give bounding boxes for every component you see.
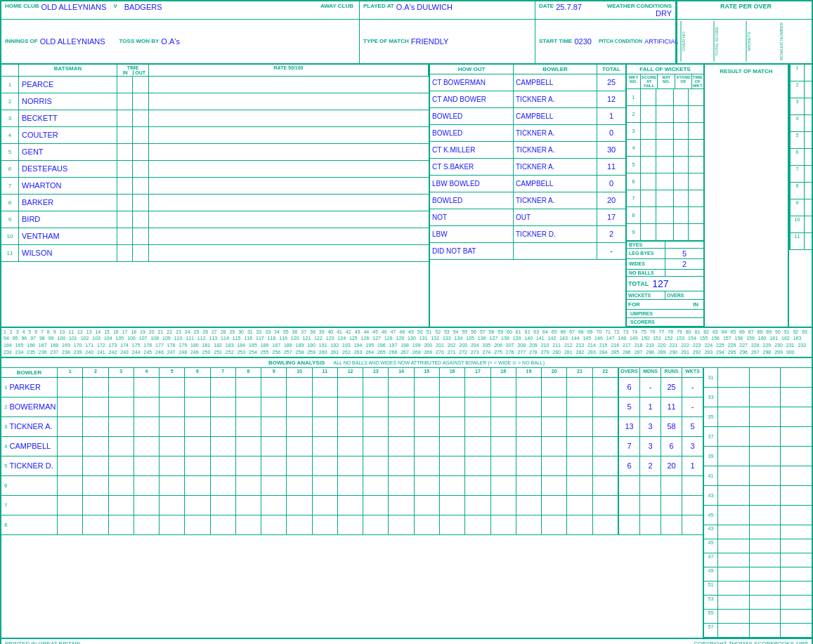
batting-balls xyxy=(149,93,429,110)
bowl-wkts xyxy=(682,496,703,515)
rate-row: 8 xyxy=(789,183,813,199)
batsman-num: 9 xyxy=(1,211,19,228)
over-header-17: 17 xyxy=(465,368,490,377)
bowl-over-19 xyxy=(516,515,542,534)
rate-bowling-extra-row: 55 xyxy=(704,610,812,624)
bowl-over-12 xyxy=(338,437,363,456)
bowl-runs: 25 xyxy=(661,378,682,397)
batsman-name: WILSON xyxy=(19,245,117,261)
over-header-11: 11 xyxy=(313,368,338,377)
how-out-cell: LBW xyxy=(430,226,514,242)
bowl-over-12 xyxy=(338,456,363,475)
rate-per-over-label: RATE PER OVER xyxy=(681,3,811,10)
rate-bowling-row: 37 xyxy=(704,427,812,447)
time-out xyxy=(133,195,149,211)
bowl-over-16 xyxy=(440,496,465,515)
rate-bowling-row: 31 xyxy=(704,368,812,388)
bowl-over-20 xyxy=(542,378,567,397)
rate-per-over-area: 1 2 3 4 5 6 7 8 9 xyxy=(789,65,813,327)
fow-row: 9 xyxy=(627,224,703,241)
fow-row: 1 xyxy=(627,89,703,106)
bowl-over-11 xyxy=(313,496,338,515)
bowl-over-22 xyxy=(593,417,618,436)
bowl-over-20 xyxy=(542,417,567,436)
batsman-name: PEARCE xyxy=(19,77,117,93)
fow-score xyxy=(641,190,656,206)
fow-score xyxy=(641,89,656,105)
bowl-over-19 xyxy=(516,437,542,456)
batsman-name: DESTEFAUS xyxy=(19,161,117,177)
toss-won-label: TOSS WON BY xyxy=(119,38,160,44)
bowling-over-headers: 12345678910111213141516171819202122 xyxy=(58,368,618,377)
bowl-over-16 xyxy=(440,476,465,495)
bowl-wkts xyxy=(682,476,703,495)
bowl-over-17 xyxy=(465,417,490,436)
bowl-over-16 xyxy=(440,437,465,456)
bowl-over-21 xyxy=(567,496,592,515)
rate-bowling-row: 41 xyxy=(704,466,812,486)
bowl-over-19 xyxy=(516,378,542,397)
bowler-cell: OUT xyxy=(514,209,597,225)
batting-balls xyxy=(149,228,429,244)
fow-time-label: TIME OF WKT xyxy=(692,74,703,88)
bowl-over-5 xyxy=(160,496,185,515)
bowl-over-18 xyxy=(491,378,516,397)
how-out-cell: BOWLED xyxy=(430,192,514,209)
rate-row: 10 xyxy=(789,216,813,233)
bowl-runs: 20 xyxy=(661,456,682,475)
bowl-over-11 xyxy=(313,456,338,475)
bowler-cell xyxy=(514,243,597,259)
bowl-overs xyxy=(618,515,639,534)
fow-bat xyxy=(656,190,674,206)
fow-row: 5 xyxy=(627,157,703,173)
batsman-num: 4 xyxy=(1,127,19,143)
fow-bat xyxy=(656,157,674,173)
how-out-row: CT S.BAKER TICKNER A. 11 xyxy=(430,159,625,176)
bowler-cell: CAMPBELL xyxy=(514,108,597,124)
over-header-14: 14 xyxy=(389,368,414,377)
bowl-over-19 xyxy=(516,496,542,515)
batsman-name: WHARTON xyxy=(19,178,117,194)
bowl-over-15 xyxy=(415,417,440,436)
fow-stand-label: STAND OF xyxy=(675,74,691,88)
bowl-over-8 xyxy=(236,476,261,495)
bowl-over-20 xyxy=(542,515,567,534)
bowl-over-8 xyxy=(236,456,261,475)
bowl-over-12 xyxy=(338,397,363,416)
bowl-over-15 xyxy=(415,437,440,456)
time-in xyxy=(117,211,133,228)
bowl-mdns xyxy=(639,515,661,534)
time-in xyxy=(117,245,133,261)
runs-col-header: RUNS xyxy=(661,368,682,377)
rate-bowling-extra-row: 57 xyxy=(704,624,812,638)
bowl-over-22 xyxy=(593,437,618,456)
time-in xyxy=(117,195,133,211)
leg-byes-label: LEG BYES xyxy=(629,251,653,256)
bowl-over-8 xyxy=(236,437,261,456)
fow-header: FALL OF WICKETS xyxy=(627,65,703,74)
batsman-num: 5 xyxy=(1,144,19,160)
bowl-wkts: - xyxy=(682,378,703,397)
bowl-mdns: 2 xyxy=(639,456,661,475)
bowling-name: 4 CAMPBELL xyxy=(1,437,58,456)
bowl-over-6 xyxy=(185,456,210,475)
bowl-over-1 xyxy=(58,397,83,416)
total-cell: 25 xyxy=(597,74,625,91)
bowl-mdns: - xyxy=(639,378,661,397)
bowl-over-3 xyxy=(109,456,134,475)
footer-right: COPYRIGHT THOMAS SCOREBOOKS 1985 xyxy=(694,640,808,644)
rate-bowling-row: 35 xyxy=(704,407,812,427)
batsman-name: BIRD xyxy=(19,211,117,228)
batting-row: 1 PEARCE xyxy=(1,77,429,93)
bowl-over-22 xyxy=(593,496,618,515)
bowl-over-4 xyxy=(134,417,160,436)
fow-stand xyxy=(674,157,689,173)
bowl-over-12 xyxy=(338,476,363,495)
time-out xyxy=(133,93,149,110)
bowl-over-13 xyxy=(363,456,389,475)
how-out-row: NOT OUT 17 xyxy=(430,209,625,226)
batting-row: 3 BECKETT xyxy=(1,110,429,127)
batting-row: 11 WILSON xyxy=(1,245,429,262)
in-label: IN xyxy=(693,301,698,308)
rate-bowling-extra-row: 47 xyxy=(704,553,812,567)
